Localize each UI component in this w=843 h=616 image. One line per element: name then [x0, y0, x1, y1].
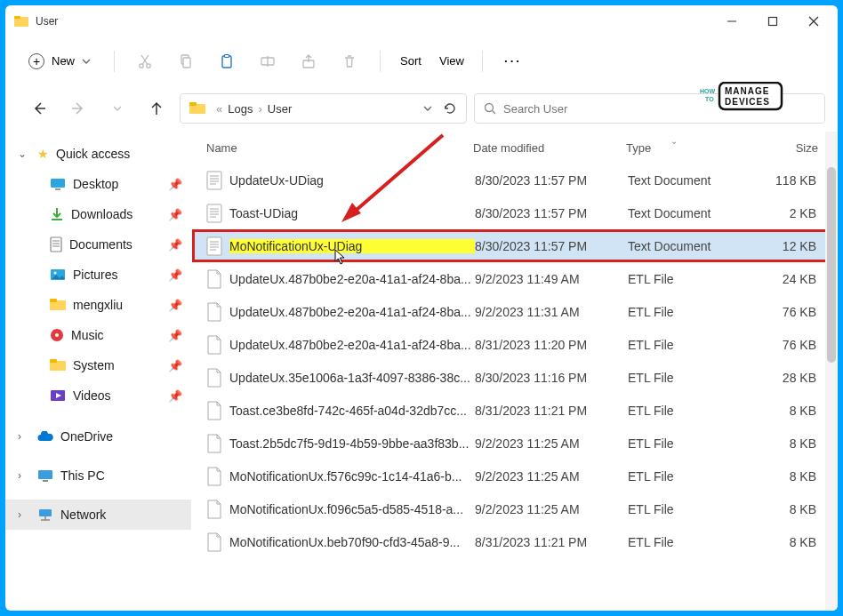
sidebar-item-documents[interactable]: Documents📌 [5, 229, 191, 260]
recent-dropdown[interactable] [101, 92, 133, 124]
file-row[interactable]: UpdateUx.487b0be2-e20a-41a1-af24-8ba...8… [192, 328, 836, 361]
column-type[interactable]: ⌄ Type [626, 141, 767, 155]
titlebar: User [5, 5, 838, 37]
sidebar-item-pictures[interactable]: Pictures📌 [5, 260, 191, 290]
folder-icon [189, 102, 205, 115]
svg-text:MANAGE: MANAGE [725, 86, 769, 96]
address-bar[interactable]: « Logs › User [180, 93, 467, 124]
navigation-bar: « Logs › User Search User HOW TO MANAGE … [5, 85, 838, 132]
file-type: ETL File [628, 338, 768, 352]
sidebar-item-mengxliu[interactable]: mengxliu📌 [5, 290, 191, 320]
chevron-down-icon[interactable] [423, 106, 432, 111]
file-type: ETL File [628, 371, 768, 385]
file-name: UpdateUx.487b0be2-e20a-41a1-af24-8ba... [229, 272, 475, 286]
file-size: 8 KB [768, 469, 823, 484]
share-button[interactable] [291, 44, 326, 79]
sidebar-item-downloads[interactable]: Downloads📌 [5, 199, 191, 229]
svg-point-6 [140, 63, 143, 67]
file-row[interactable]: Toast-UDiag8/30/2023 11:57 PMText Docume… [192, 196, 836, 229]
file-name: Toast.ce3be8fd-742c-465f-a04d-32db7cc... [229, 404, 475, 418]
sidebar-onedrive[interactable]: › OneDrive [5, 421, 191, 452]
documents-icon [50, 236, 62, 252]
minimize-button[interactable] [711, 5, 752, 37]
svg-rect-51 [207, 172, 221, 189]
window-controls [711, 5, 834, 37]
videos-icon [50, 389, 66, 402]
sidebar-item-desktop[interactable]: Desktop📌 [5, 169, 191, 199]
file-icon [206, 204, 222, 223]
explorer-window: User + New Sort View [5, 5, 838, 611]
svg-rect-48 [39, 509, 52, 516]
file-row[interactable]: UpdateUx.35e1006a-1a3f-4097-8386-38c...8… [192, 361, 836, 394]
back-button[interactable] [23, 92, 55, 124]
refresh-icon[interactable] [443, 101, 457, 116]
pin-icon: 📌 [168, 359, 182, 372]
cut-button[interactable] [127, 44, 163, 79]
sidebar-quick-access[interactable]: ⌄ ★ Quick access [5, 139, 191, 169]
view-button[interactable]: View [434, 44, 470, 79]
file-row[interactable]: MoNotificationUx.f576c99c-1c14-41a6-b...… [192, 460, 836, 492]
music-icon [50, 328, 64, 342]
folder-icon [50, 359, 66, 372]
file-icon [206, 532, 222, 552]
file-type: Text Document [628, 206, 768, 220]
file-list[interactable]: UpdateUx-UDiag8/30/2023 11:57 PMText Doc… [192, 164, 838, 611]
svg-rect-30 [55, 188, 60, 190]
file-size: 76 KB [768, 338, 823, 352]
plus-icon: + [28, 53, 44, 69]
pin-icon: 📌 [168, 208, 182, 221]
scrollbar[interactable] [825, 132, 838, 611]
file-row[interactable]: MoNotificationUx-UDiag8/30/2023 11:57 PM… [192, 229, 836, 262]
sidebar-item-music[interactable]: Music📌 [5, 320, 191, 350]
up-button[interactable] [140, 92, 173, 124]
sidebar-label: Quick access [56, 147, 130, 161]
column-size[interactable]: Size [767, 141, 825, 155]
column-date[interactable]: Date modified [473, 141, 626, 155]
pc-icon [37, 469, 53, 482]
file-row[interactable]: UpdateUx.487b0be2-e20a-41a1-af24-8ba...9… [192, 295, 836, 328]
file-row[interactable]: UpdateUx-UDiag8/30/2023 11:57 PMText Doc… [192, 164, 836, 196]
file-size: 118 KB [768, 173, 823, 188]
paste-button[interactable] [209, 44, 245, 79]
view-label: View [439, 54, 464, 68]
file-icon [206, 368, 222, 388]
breadcrumb-item[interactable]: Logs [228, 102, 253, 116]
more-button[interactable]: ··· [495, 44, 531, 79]
file-row[interactable]: UpdateUx.487b0be2-e20a-41a1-af24-8ba...9… [192, 262, 836, 295]
sidebar-item-system[interactable]: System📌 [5, 350, 191, 380]
file-icon [206, 434, 222, 453]
breadcrumb-item[interactable]: User [268, 102, 292, 116]
close-button[interactable] [793, 5, 834, 37]
file-row[interactable]: MoNotificationUx.f096c5a5-d585-4518-a...… [192, 492, 836, 525]
file-icon [206, 467, 222, 486]
maximize-button[interactable] [752, 5, 793, 37]
svg-rect-43 [50, 359, 57, 363]
file-row[interactable]: MoNotificationUx.beb70f90-cfd3-45a8-9...… [192, 525, 836, 558]
file-date: 8/30/2023 11:57 PM [475, 239, 628, 253]
column-name[interactable]: Name [206, 141, 473, 155]
file-row[interactable]: Toast.2b5dc7f5-9d19-4b59-9bbe-aa3f83b...… [192, 427, 836, 460]
svg-rect-21 [189, 102, 197, 106]
svg-text:TO: TO [705, 96, 714, 102]
scrollbar-thumb[interactable] [827, 167, 836, 363]
sort-label: Sort [400, 54, 422, 68]
delete-button[interactable] [332, 44, 367, 79]
sidebar-item-videos[interactable]: Videos📌 [5, 380, 191, 411]
file-row[interactable]: Toast.ce3be8fd-742c-465f-a04d-32db7cc...… [192, 394, 836, 427]
sort-indicator-icon: ⌄ [670, 136, 678, 146]
svg-point-22 [486, 104, 494, 112]
file-date: 9/2/2023 11:31 AM [475, 305, 628, 319]
svg-rect-3 [769, 18, 777, 26]
forward-button[interactable] [62, 92, 94, 124]
sidebar-item-label: Pictures [73, 268, 118, 282]
sidebar-network[interactable]: › Network [5, 500, 191, 530]
sort-button[interactable]: Sort [393, 44, 429, 79]
file-name: MoNotificationUx.f096c5a5-d585-4518-a... [229, 502, 475, 516]
svg-text:DEVICES: DEVICES [725, 97, 770, 107]
file-size: 8 KB [768, 436, 823, 451]
sidebar-this-pc[interactable]: › This PC [5, 460, 191, 491]
rename-button[interactable] [250, 44, 285, 79]
copy-button[interactable] [168, 44, 204, 79]
new-button[interactable]: + New [18, 48, 101, 75]
file-name: Toast-UDiag [229, 206, 475, 220]
